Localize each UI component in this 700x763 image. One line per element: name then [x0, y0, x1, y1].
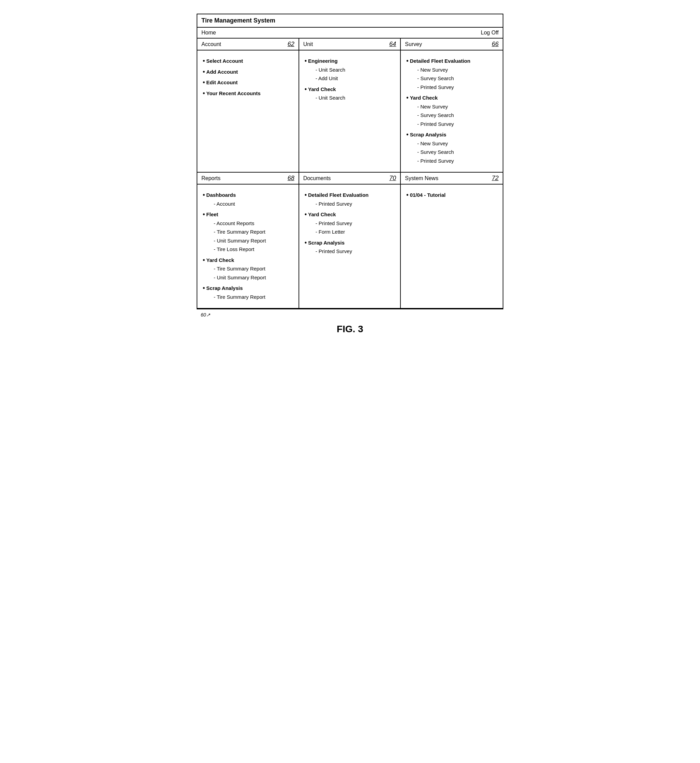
- systemnews-label: System News: [405, 175, 438, 182]
- reports-fleet-tire-loss[interactable]: - Tire Loss Report: [203, 245, 293, 254]
- top-header-row: Account 62 Unit 64 Survey 66: [197, 39, 503, 50]
- unit-engineering: • Engineering - Unit Search - Add Unit: [305, 56, 395, 83]
- survey-scrap-search[interactable]: - Survey Search: [406, 148, 497, 157]
- unit-number: 64: [389, 41, 396, 48]
- bullet-icon: •: [203, 78, 205, 87]
- documents-label: Documents: [303, 175, 331, 182]
- reports-scrap-label[interactable]: Scrap Analysis: [206, 284, 243, 293]
- systemnews-header: System News 72: [401, 172, 503, 184]
- survey-dfe: • Detailed Fleet Evaluation - New Survey…: [406, 56, 497, 91]
- reports-fleet-account[interactable]: - Account Reports: [203, 219, 293, 228]
- survey-number: 66: [492, 41, 498, 48]
- nav-bar: Home Log Off: [197, 28, 503, 39]
- bullet-icon: •: [203, 191, 205, 199]
- account-select-label[interactable]: Select Account: [206, 56, 243, 66]
- reports-dashboards-label[interactable]: Dashboards: [206, 191, 236, 199]
- docs-scrap-printed[interactable]: - Printed Survey: [305, 247, 395, 256]
- docs-yardcheck-form[interactable]: - Form Letter: [305, 227, 395, 237]
- reports-content: • Dashboards - Account • Fleet - Account…: [197, 185, 299, 308]
- unit-content: • Engineering - Unit Search - Add Unit •…: [299, 50, 401, 172]
- survey-header: Survey 66: [401, 39, 503, 50]
- docs-yardcheck-label[interactable]: Yard Check: [308, 210, 336, 219]
- account-add: • Add Account: [203, 67, 293, 77]
- bullet-icon: •: [203, 67, 205, 76]
- reports-yardcheck: • Yard Check - Tire Summary Report - Uni…: [203, 256, 293, 282]
- account-label: Account: [202, 41, 221, 47]
- outer-container: Tire Management System Home Log Off Acco…: [197, 14, 503, 338]
- news-tutorial-label[interactable]: 01/04 - Tutorial: [410, 191, 446, 199]
- docs-scrap-label[interactable]: Scrap Analysis: [308, 238, 345, 247]
- bullet-icon: •: [203, 256, 205, 264]
- survey-label: Survey: [405, 41, 422, 47]
- account-select: • Select Account: [203, 56, 293, 66]
- survey-dfe-printed[interactable]: - Printed Survey: [406, 83, 497, 92]
- main-frame: Tire Management System Home Log Off Acco…: [197, 14, 503, 309]
- docs-yardcheck-printed[interactable]: - Printed Survey: [305, 219, 395, 228]
- reports-yardcheck-label[interactable]: Yard Check: [206, 256, 234, 265]
- docs-dfe-label[interactable]: Detailed Fleet Evaluation: [308, 191, 369, 199]
- fig-caption: FIG. 3: [197, 324, 503, 335]
- reports-fleet-unit-summary[interactable]: - Unit Summary Report: [203, 237, 293, 245]
- account-recent: • Your Recent Accounts: [203, 89, 293, 98]
- top-content-row: • Select Account • Add Account • Edit Ac…: [197, 50, 503, 172]
- survey-scrap-printed[interactable]: - Printed Survey: [406, 157, 497, 165]
- home-link[interactable]: Home: [202, 30, 216, 36]
- survey-yardcheck-label[interactable]: Yard Check: [410, 94, 438, 102]
- survey-yardcheck-search[interactable]: - Survey Search: [406, 111, 497, 120]
- bullet-icon: •: [203, 284, 205, 292]
- account-header: Account 62: [197, 39, 299, 50]
- reports-yardcheck-tire[interactable]: - Tire Summary Report: [203, 264, 293, 273]
- survey-scrap: • Scrap Analysis - New Survey - Survey S…: [406, 130, 497, 165]
- reports-header: Reports 68: [197, 172, 299, 184]
- title-bar: Tire Management System: [197, 14, 503, 28]
- reports-label: Reports: [202, 175, 220, 182]
- survey-dfe-label[interactable]: Detailed Fleet Evaluation: [410, 56, 470, 66]
- frame-number-label: 60↗: [201, 312, 210, 318]
- app-title: Tire Management System: [202, 17, 275, 24]
- bullet-icon: •: [406, 130, 408, 139]
- reports-scrap: • Scrap Analysis - Tire Summary Report: [203, 284, 293, 301]
- unit-engineering-search[interactable]: - Unit Search: [305, 66, 395, 74]
- unit-engineering-label[interactable]: Engineering: [308, 56, 338, 66]
- unit-engineering-add[interactable]: - Add Unit: [305, 74, 395, 83]
- reports-fleet-label[interactable]: Fleet: [206, 210, 218, 219]
- survey-scrap-label[interactable]: Scrap Analysis: [410, 130, 447, 139]
- account-recent-label[interactable]: Your Recent Accounts: [206, 89, 260, 98]
- bullet-icon: •: [203, 89, 205, 97]
- unit-header: Unit 64: [299, 39, 401, 50]
- unit-yardcheck-label[interactable]: Yard Check: [308, 85, 336, 94]
- logoff-link[interactable]: Log Off: [481, 30, 498, 36]
- bullet-icon: •: [305, 238, 307, 247]
- bottom-header-row: Reports 68 Documents 70 System News 72: [197, 172, 503, 185]
- account-edit: • Edit Account: [203, 78, 293, 87]
- bullet-icon: •: [305, 85, 307, 94]
- docs-yardcheck: • Yard Check - Printed Survey - Form Let…: [305, 210, 395, 237]
- survey-yardcheck-printed[interactable]: - Printed Survey: [406, 120, 497, 128]
- docs-dfe-printed[interactable]: - Printed Survey: [305, 199, 395, 208]
- documents-content: • Detailed Fleet Evaluation - Printed Su…: [299, 185, 401, 308]
- account-content: • Select Account • Add Account • Edit Ac…: [197, 50, 299, 172]
- account-edit-label[interactable]: Edit Account: [206, 78, 238, 87]
- documents-number: 70: [389, 175, 396, 182]
- reports-dashboards: • Dashboards - Account: [203, 191, 293, 208]
- docs-dfe: • Detailed Fleet Evaluation - Printed Su…: [305, 191, 395, 208]
- docs-scrap: • Scrap Analysis - Printed Survey: [305, 238, 395, 256]
- survey-yardcheck-new[interactable]: - New Survey: [406, 102, 497, 111]
- survey-dfe-new[interactable]: - New Survey: [406, 66, 497, 74]
- bottom-content-row: • Dashboards - Account • Fleet - Account…: [197, 185, 503, 309]
- documents-header: Documents 70: [299, 172, 401, 184]
- news-tutorial: • 01/04 - Tutorial: [406, 191, 497, 199]
- bullet-icon: •: [406, 94, 408, 102]
- unit-yardcheck-search[interactable]: - Unit Search: [305, 94, 395, 102]
- account-number: 62: [288, 41, 294, 48]
- bullet-icon: •: [305, 191, 307, 199]
- survey-scrap-new[interactable]: - New Survey: [406, 139, 497, 148]
- reports-fleet-tire-summary[interactable]: - Tire Summary Report: [203, 227, 293, 237]
- reports-dashboards-account[interactable]: - Account: [203, 199, 293, 208]
- survey-dfe-search[interactable]: - Survey Search: [406, 74, 497, 83]
- account-add-label[interactable]: Add Account: [206, 67, 238, 77]
- reports-number: 68: [288, 175, 294, 182]
- systemnews-number: 72: [492, 175, 498, 182]
- reports-yardcheck-unit[interactable]: - Unit Summary Report: [203, 273, 293, 282]
- reports-scrap-tire[interactable]: - Tire Summary Report: [203, 293, 293, 301]
